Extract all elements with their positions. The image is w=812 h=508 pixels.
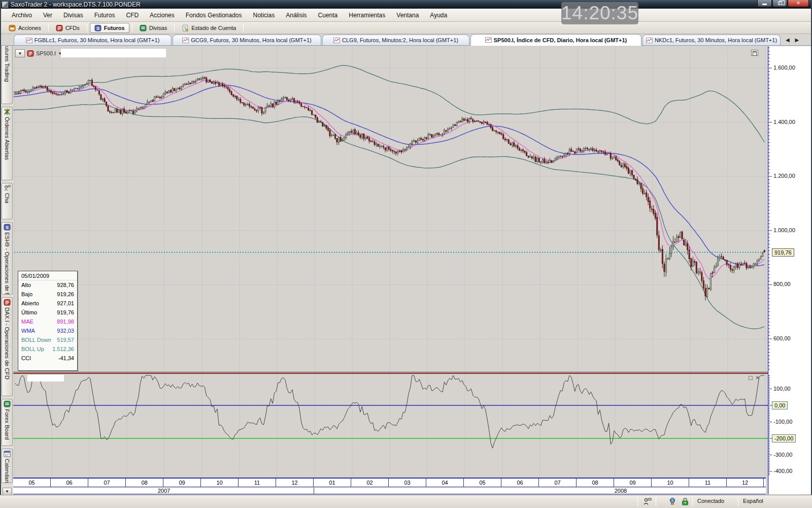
tooltip-row-alto: Alto928,76 (18, 280, 77, 290)
sidebar-item-calendario-ecc[interactable]: Calendario ecc (2, 449, 13, 483)
fx-green-icon (4, 400, 11, 407)
month-cell: 04 (426, 479, 463, 487)
month-cell: 09 (163, 479, 200, 487)
month-cell: 05 (463, 479, 501, 487)
price-axis[interactable]: 1.600,001.400,001.200,001.000,00800,0060… (768, 46, 811, 494)
menu-item-noticias[interactable]: Noticias (248, 10, 281, 20)
month-cell: 06 (501, 479, 538, 487)
chart-edit-box[interactable] (61, 49, 166, 57)
month-cell: 12 (726, 479, 764, 487)
chart-icon (182, 38, 189, 43)
divisas-icon (140, 24, 147, 31)
price-tick-label: 1.400,00 (773, 119, 795, 125)
menu-item-cuenta[interactable]: Cuenta (313, 10, 344, 20)
month-cell: 10 (651, 479, 689, 487)
menu-item-cfd[interactable]: CFD (120, 10, 144, 20)
tooltip-row-bajo: Bajo919,26 (18, 290, 77, 299)
toolbar-separator (48, 24, 49, 32)
sidebar-item-cha[interactable]: Cha (2, 183, 13, 219)
symbol-label[interactable]: SP500.I ▼ (27, 50, 62, 57)
price-chart[interactable] (13, 46, 768, 372)
year-divider (314, 488, 314, 494)
menu-item-ventana[interactable]: Ventana (391, 10, 424, 20)
language-indicator[interactable]: Español (743, 498, 763, 504)
futuros-icon: S (94, 24, 101, 31)
tooltip-row-wma: WMA932,03 (18, 326, 77, 335)
toolbar-cfds[interactable]: CFDs (51, 23, 84, 33)
tooltip-row-cci: CCI-41,34 (18, 354, 77, 363)
menu-item-archivo[interactable]: Archivo (6, 10, 38, 20)
chart-icon (646, 38, 653, 43)
cci-indicator-panel[interactable] (13, 374, 768, 477)
month-cell: 07 (538, 479, 576, 487)
month-cell: 06 (50, 479, 88, 487)
month-cell: 02 (351, 479, 388, 487)
menu-item-ayuda[interactable]: Ayuda (424, 10, 453, 20)
sidebar-item-esh9-operaciones-de-futuros[interactable]: SESH9 - Operaciones de futuros (2, 222, 13, 295)
price-tick-label: 1.200,00 (773, 173, 795, 179)
chart-icon (333, 38, 340, 43)
menu-item-ver[interactable]: Ver (38, 10, 58, 20)
tooltip-row-último: Último919,76 (18, 308, 77, 317)
chart-tab-fgblc1[interactable]: FGBLc1, Futuros, 30 Minutos, Hora local … (14, 35, 172, 45)
price-tick-label: 1.000,00 (773, 227, 795, 233)
toolbar-separator (87, 24, 87, 32)
cfd-red-icon (4, 299, 11, 306)
title-bar: SaxoTrader 2 - workspace.DTS.7.100.PONDE… (0, 0, 812, 9)
svg-text:S: S (6, 225, 9, 230)
cci-tick-label: 100,00 (773, 386, 791, 392)
toolbar-estado-de-cuenta[interactable]: Estado de Cuenta (177, 23, 241, 33)
acciones-icon (9, 24, 16, 31)
toolbar-separator (174, 24, 175, 32)
menu-item-futuros[interactable]: Futuros (89, 10, 121, 20)
price-tick-label: 600,00 (773, 335, 791, 341)
sidebar-item-forex-board[interactable]: Forex Board (2, 399, 13, 446)
tooltip-row-boll-down: BOLL Down519,57 (18, 335, 77, 344)
cci-level-badge: -200,00 (772, 434, 796, 442)
close-button[interactable]: ✕ (788, 0, 809, 7)
chart-tab-clg9[interactable]: CLG9, Futuros, Minutos:2, Hora local (GM… (322, 35, 469, 45)
cfds-icon (56, 24, 63, 31)
app-icon (2, 2, 8, 8)
s-blue-icon: S (4, 224, 11, 231)
menu-item-análisis[interactable]: Análisis (280, 10, 312, 20)
menu-item-fondos-gestionados[interactable]: Fondos Gestionados (180, 10, 248, 20)
month-cell: 07 (88, 479, 125, 487)
cci-level-badge: 0,00 (772, 401, 788, 409)
clock-overlay: 14:20:35 (561, 2, 638, 24)
menu-item-acciones[interactable]: Acciones (144, 10, 180, 20)
tooltip-row-abierto: Abierto927,01 (18, 299, 77, 308)
chart-tab-sp500-i[interactable]: SP500.I, Índice de CFD, Diario, Hora loc… (470, 34, 641, 46)
sidebar-item-dax-i-operaciones-de-cfd[interactable]: DAX.I - Operaciones de CFD (2, 297, 13, 396)
cci-close-icon[interactable]: ✕ (755, 375, 759, 380)
chart-tab-nkdc1[interactable]: NKDc1, Futuros, 30 Minutos, Hora local (… (642, 35, 781, 45)
tab-scroll-arrows[interactable]: ◀ ▶ (786, 37, 801, 43)
sidebar-item--rdenes-abiertas[interactable]: Órdenes Abiertas (2, 107, 13, 180)
chart-dropdown-button[interactable]: ▼ (15, 49, 25, 57)
toolbar-acciones[interactable]: Acciones (4, 23, 46, 33)
cci-tick-label: -100,00 (773, 419, 792, 425)
cci-restore-icon[interactable]: □ (748, 375, 753, 380)
panel-separator (13, 372, 768, 372)
cci-tick-label: -300,00 (773, 452, 792, 458)
toolbar-separator (243, 24, 244, 32)
chart-restore-icon[interactable] (751, 50, 758, 56)
month-cell: 01 (313, 479, 351, 487)
price-tick-label: 800,00 (773, 281, 791, 287)
month-cell: 08 (576, 479, 614, 487)
user-icon[interactable] (642, 497, 652, 505)
chart-tab-gcg9[interactable]: GCG9, Futuros, 30 Minutos, Hora local (G… (173, 35, 321, 45)
panel-separator-red[interactable] (13, 373, 768, 374)
toolbar-futuros[interactable]: SFuturos (90, 23, 129, 33)
restore-button[interactable] (772, 0, 787, 7)
sidebar-scroll-down-button[interactable]: ▼ (3, 488, 12, 495)
minimize-button[interactable] (757, 0, 772, 7)
quote-tooltip: 05/01/2009 Alto928,76Bajo919,26Abierto92… (18, 271, 78, 371)
month-axis[interactable]: 0506070809101112010203040506070809101112 (13, 478, 766, 487)
cci-edit-box[interactable] (27, 375, 64, 382)
toolbar-divisas[interactable]: Divisas (135, 23, 172, 33)
menu-item-divisas[interactable]: Divisas (58, 10, 89, 20)
year-axis: 20072008 (13, 488, 766, 494)
menu-item-herramientas[interactable]: Herramientas (343, 10, 391, 20)
burst-icon (4, 108, 11, 115)
